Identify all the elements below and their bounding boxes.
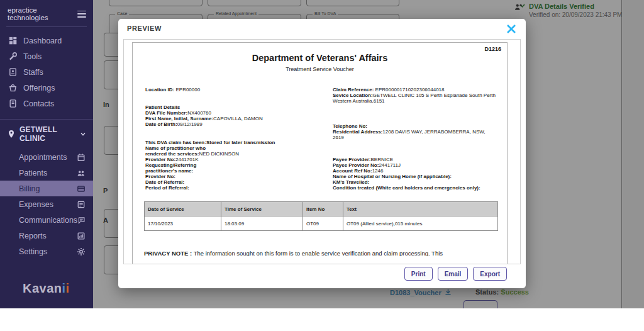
- sidebar-item-label: Appointments: [19, 153, 77, 162]
- modal-title: PREVIEW: [127, 25, 162, 32]
- sidebar-item-label: Communications: [19, 216, 77, 225]
- col-time-of-service: Time of Service: [221, 202, 303, 216]
- sidebar: epractice technologies Dashboard Tools S…: [0, 0, 93, 308]
- col-text: Text: [343, 202, 498, 216]
- sidebar-item-label: Reports: [19, 232, 77, 240]
- sidebar-item-expenses[interactable]: Expenses: [0, 196, 93, 212]
- close-icon[interactable]: [506, 23, 517, 35]
- sidebar-item-reports[interactable]: Reports: [0, 228, 93, 244]
- service-table-row: 17/10/2023 18:03:09 OT09 OT09 (Allied se…: [145, 216, 498, 231]
- calendar-icon: [77, 153, 86, 162]
- modal-header: PREVIEW: [118, 19, 526, 39]
- kavanii-logo: Kavanii: [23, 281, 70, 296]
- expenses-icon: [77, 200, 86, 209]
- cell-text: OT09 (Allied service),015 minutes: [343, 216, 498, 231]
- doc-code: D1216: [484, 47, 501, 52]
- sidebar-item-label: Tools: [23, 52, 42, 61]
- contacts-book-icon: [8, 99, 18, 108]
- brand-name: epractice technologies: [8, 6, 77, 21]
- brand-row: epractice technologies: [0, 0, 93, 26]
- sidebar-item-label: Contacts: [23, 99, 54, 108]
- staff-badge-icon: [8, 67, 18, 77]
- email-button[interactable]: Email: [438, 267, 469, 281]
- sidebar-item-billing[interactable]: Billing: [0, 181, 93, 196]
- service-table: Date of Service Time of Service Item No …: [144, 201, 498, 231]
- voucher-document: D1216 Department of Veterans' Affairs Tr…: [132, 42, 508, 264]
- doc-address-block: Telephone No: Residential Address:1208 D…: [333, 123, 496, 140]
- clinic-name: GETWELL CLINIC: [19, 125, 79, 143]
- gear-icon: [77, 247, 86, 256]
- hamburger-menu-icon[interactable]: [77, 11, 86, 18]
- sidebar-item-patients[interactable]: Patients: [0, 165, 93, 181]
- sidebar-item-contacts[interactable]: Contacts: [0, 96, 93, 111]
- sidebar-item-staffs[interactable]: Staffs: [0, 64, 93, 80]
- preview-modal: PREVIEW D1216 Department of Veterans' Af…: [118, 19, 526, 288]
- divider: [0, 119, 93, 120]
- service-table-header: Date of Service Time of Service Item No …: [145, 202, 498, 216]
- document-viewer[interactable]: D1216 Department of Veterans' Affairs Tr…: [123, 39, 521, 264]
- sidebar-item-communications[interactable]: Communications: [0, 212, 93, 228]
- sidebar-item-label: Offerings: [23, 84, 55, 93]
- col-date-of-service: Date of Service: [145, 202, 221, 216]
- doc-title: Department of Veterans' Affairs: [133, 55, 507, 61]
- sidebar-item-label: Billing: [19, 184, 77, 193]
- col-item-no: Item No: [303, 202, 343, 216]
- basket-icon: [8, 83, 18, 93]
- chevron-down-icon: [79, 130, 87, 138]
- reports-chart-icon: [77, 232, 86, 240]
- divider: [6, 26, 87, 27]
- patients-icon: [77, 169, 86, 177]
- dashboard-icon: [8, 36, 18, 45]
- sidebar-item-label: Patients: [19, 169, 77, 177]
- doc-payee-block: Payee Provider:BERNICE Payee Provider No…: [333, 157, 496, 191]
- sidebar-item-offerings[interactable]: Offerings: [0, 80, 93, 96]
- doc-claim-block: Claim Reference: EPR00000171020230604401…: [333, 87, 496, 104]
- sidebar-item-settings[interactable]: Settings: [0, 244, 93, 259]
- doc-practitioner-block: This DVA claim has been:Stored for later…: [145, 140, 329, 191]
- doc-subtitle: Treatment Service Voucher: [133, 67, 507, 72]
- app-root: epractice technologies Dashboard Tools S…: [0, 0, 644, 331]
- cell-item: OT09: [303, 216, 343, 231]
- cell-time: 18:03:09: [221, 216, 303, 231]
- export-button[interactable]: Export: [473, 267, 507, 281]
- location-pin-icon: [7, 130, 16, 138]
- doc-patient-block: Patient Details DVA File Number:NX400760…: [145, 104, 329, 127]
- print-button[interactable]: Print: [404, 267, 433, 281]
- clinic-selector[interactable]: GETWELL CLINIC: [0, 125, 93, 143]
- sidebar-item-label: Settings: [19, 247, 77, 256]
- modal-footer: Print Email Export: [404, 267, 507, 281]
- sidebar-item-label: Expenses: [19, 200, 77, 209]
- sidebar-item-appointments[interactable]: Appointments: [0, 149, 93, 165]
- billing-card-icon: [77, 184, 86, 193]
- chat-icon: [77, 216, 86, 225]
- sidebar-item-dashboard[interactable]: Dashboard: [0, 33, 93, 48]
- wrench-icon: [8, 52, 18, 61]
- sidebar-item-tools[interactable]: Tools: [0, 48, 93, 64]
- sidebar-item-label: Staffs: [23, 68, 43, 77]
- privacy-note: PRIVACY NOTE : The information sought on…: [144, 250, 496, 256]
- cell-date: 17/10/2023: [145, 216, 221, 231]
- doc-location-block: Location ID: EPR00000: [145, 87, 329, 93]
- sidebar-item-label: Dashboard: [23, 36, 62, 45]
